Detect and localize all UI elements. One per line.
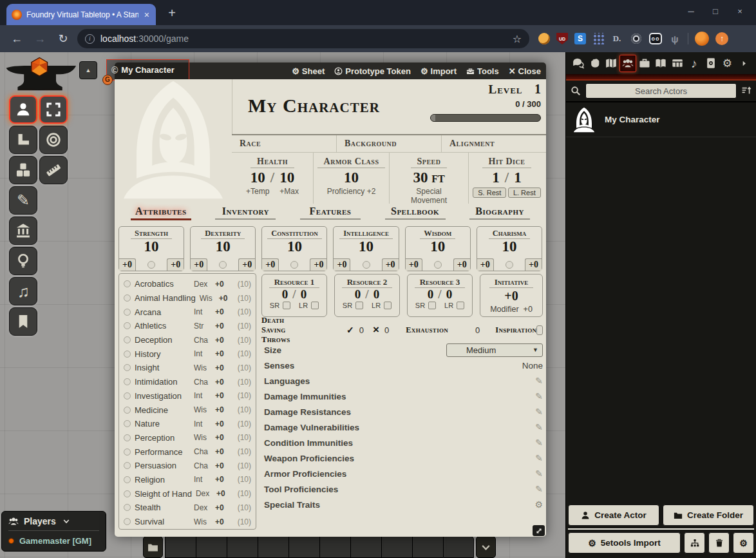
proficiency-radio[interactable]: [363, 261, 370, 269]
ability-save-mod[interactable]: +0: [262, 258, 279, 271]
skill-name[interactable]: Nature: [135, 419, 190, 428]
lr-checkbox[interactable]: [384, 302, 392, 309]
tool-target-button[interactable]: [39, 126, 68, 154]
ublock-extension-icon[interactable]: UD: [556, 33, 568, 44]
ability-save-mod[interactable]: +0: [477, 258, 494, 271]
armor-class-stat[interactable]: Armor Class 10 Proficiency +2: [314, 153, 390, 204]
skill-name[interactable]: Perception: [135, 433, 190, 443]
resource-max[interactable]: 0: [301, 287, 307, 301]
skill-proficiency-radio[interactable]: [124, 351, 131, 358]
skill-row[interactable]: Animal Handling Wis +0 (10): [124, 291, 251, 305]
skill-name[interactable]: Medicine: [135, 405, 190, 415]
speed-stat[interactable]: Speed 30 ft Special Movement: [390, 153, 469, 204]
maximize-button[interactable]: □: [703, 6, 728, 16]
sort-icon[interactable]: [741, 86, 751, 96]
hp-max[interactable]: 10: [279, 169, 294, 186]
edit-icon[interactable]: ✎: [535, 376, 543, 386]
ability-box[interactable]: Charisma 10 +0 +0: [477, 226, 542, 271]
delete-button[interactable]: [708, 532, 730, 553]
skill-proficiency-radio[interactable]: [124, 294, 131, 302]
health-stat[interactable]: Health 10/10 +Temp+Max: [232, 153, 314, 204]
resource-box[interactable]: Resource 20/0SRLR: [334, 274, 400, 317]
skill-row[interactable]: Medicine Wis +0 (10): [124, 403, 251, 417]
skill-proficiency-radio[interactable]: [124, 420, 131, 427]
ability-save-mod[interactable]: +0: [119, 258, 136, 271]
skill-name[interactable]: Performance: [135, 447, 190, 457]
skill-row[interactable]: Investigation Int +0 (10): [124, 389, 251, 403]
hp-tempmax-label[interactable]: +Max: [279, 187, 299, 196]
ability-box[interactable]: Strength 10 +0 +0: [118, 226, 184, 271]
ability-score[interactable]: 10: [191, 239, 255, 254]
ability-score[interactable]: 10: [119, 239, 184, 254]
skill-row[interactable]: Deception Cha +0 (10): [124, 333, 251, 347]
skill-name[interactable]: Investigation: [135, 391, 190, 401]
ability-box[interactable]: Intelligence 10 +0 +0: [333, 226, 399, 271]
skill-row[interactable]: Sleight of Hand Dex +0 (10): [124, 486, 251, 501]
skill-name[interactable]: History: [135, 349, 190, 359]
skill-name[interactable]: Persuasion: [135, 461, 190, 470]
tab-attributes[interactable]: Attributes: [118, 206, 203, 223]
skill-name[interactable]: Animal Handling: [135, 293, 196, 303]
site-info-icon[interactable]: i: [85, 34, 95, 44]
skill-row[interactable]: History Int +0 (10): [124, 347, 251, 361]
ability-check-mod[interactable]: +0: [382, 258, 399, 271]
macro-slot[interactable]: [412, 536, 443, 558]
skill-row[interactable]: Performance Cha +0 (10): [124, 445, 251, 459]
skill-name[interactable]: Deception: [135, 335, 190, 345]
tab-journal[interactable]: [653, 55, 670, 72]
ability-score[interactable]: 10: [262, 239, 326, 254]
stylus-extension-icon[interactable]: S: [574, 33, 586, 44]
edit-icon[interactable]: ✎: [535, 422, 543, 432]
tools-button[interactable]: Tools: [466, 66, 499, 76]
ability-label[interactable]: Constitution: [267, 229, 322, 239]
edit-icon[interactable]: ✎: [535, 438, 543, 448]
resource-value[interactable]: 0: [428, 287, 434, 301]
sr-checkbox[interactable]: [283, 302, 290, 309]
lr-checkbox[interactable]: [311, 302, 319, 309]
browser-tab[interactable]: Foundry Virtual Tabletop • A Stan ×: [6, 4, 156, 25]
tab-spellbook[interactable]: Spellbook: [373, 206, 458, 223]
skill-proficiency-radio[interactable]: [124, 476, 131, 483]
ability-label[interactable]: Charisma: [489, 229, 531, 239]
ability-box[interactable]: Wisdom 10 +0 +0: [405, 226, 471, 271]
tab-scenes[interactable]: [603, 55, 619, 72]
death-save-success-count[interactable]: 0: [359, 325, 364, 335]
character-name-field[interactable]: My Character: [248, 95, 380, 117]
proficiency-radio[interactable]: [434, 261, 442, 269]
ability-check-mod[interactable]: +0: [525, 258, 542, 271]
resource-box[interactable]: Resource 30/0SRLR: [407, 274, 473, 317]
resource-value[interactable]: 0: [282, 287, 288, 301]
sr-checkbox[interactable]: [428, 302, 436, 309]
ability-check-mod[interactable]: +0: [167, 258, 184, 271]
skill-proficiency-radio[interactable]: [124, 434, 131, 441]
tab-settings[interactable]: ⚙: [719, 55, 736, 72]
tab-biography[interactable]: Biography: [457, 206, 542, 223]
tool-ruler-button[interactable]: [39, 156, 68, 184]
bookmark-star-icon[interactable]: ☆: [513, 33, 522, 45]
ability-save-mod[interactable]: +0: [334, 258, 350, 271]
fork-extension-icon[interactable]: ψ: [668, 32, 681, 45]
tab-chat[interactable]: [570, 55, 587, 72]
skill-proficiency-radio[interactable]: [124, 309, 131, 316]
macro-folder-button[interactable]: [143, 536, 163, 558]
hotbar-page-button[interactable]: [476, 536, 496, 558]
tab-close-icon[interactable]: ×: [143, 10, 151, 20]
edit-icon[interactable]: ✎: [535, 484, 543, 494]
ability-box[interactable]: Constitution 10 +0 +0: [261, 226, 327, 271]
skill-row[interactable]: Nature Int +0 (10): [124, 417, 251, 431]
skill-name[interactable]: Arcana: [135, 307, 190, 317]
tool-token-controls-button[interactable]: [9, 95, 37, 124]
tool-select-button[interactable]: [39, 95, 68, 124]
hp-current[interactable]: 10: [250, 169, 265, 186]
inspiration-checkbox[interactable]: [536, 325, 543, 335]
level-value[interactable]: 1: [534, 82, 541, 96]
create-actor-button[interactable]: Create Actor: [568, 505, 659, 526]
tool-wall-controls-button[interactable]: [9, 216, 37, 245]
skill-proficiency-radio[interactable]: [124, 504, 131, 511]
edit-icon[interactable]: ✎: [535, 453, 543, 463]
tab-playlists[interactable]: ♪: [686, 55, 703, 72]
window-resize-handle[interactable]: [533, 525, 545, 536]
skill-proficiency-radio[interactable]: [124, 336, 131, 343]
macro-slot[interactable]: [443, 536, 474, 558]
skill-row[interactable]: Persuasion Cha +0 (10): [124, 459, 251, 473]
